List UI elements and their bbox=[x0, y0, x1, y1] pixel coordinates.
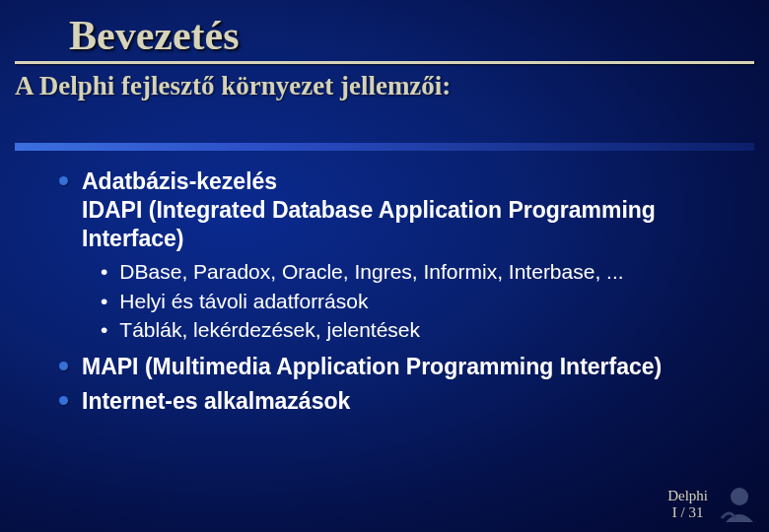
sub-bullet-mark-icon: • bbox=[101, 288, 107, 314]
bullet-label: Adatbázis-kezelés IDAPI (Integrated Data… bbox=[82, 168, 656, 251]
slide-title: Bevezetés bbox=[69, 12, 240, 59]
slide-subtitle: A Delphi fejlesztő környezet jellemzői: bbox=[15, 71, 451, 101]
bullet-item: Internet-es alkalmazások bbox=[59, 387, 739, 416]
sub-bullet-item: • Helyi és távoli adatforrások bbox=[101, 288, 739, 314]
bullet-text: Internet-es alkalmazások bbox=[82, 387, 350, 416]
svg-point-0 bbox=[731, 488, 748, 505]
footer: Delphi I / 31 bbox=[667, 488, 708, 520]
bullet-dot-icon bbox=[59, 362, 68, 370]
bullet-text: Adatbázis-kezelés IDAPI (Integrated Data… bbox=[82, 167, 739, 252]
sub-bullet-item: • DBase, Paradox, Oracle, Ingres, Inform… bbox=[101, 258, 739, 285]
title-underline bbox=[15, 61, 754, 64]
sub-bullet-mark-icon: • bbox=[101, 316, 107, 343]
bullet-dot-icon bbox=[59, 176, 68, 185]
sub-bullet-text: Helyi és távoli adatforrások bbox=[119, 288, 368, 314]
gradient-bar bbox=[15, 143, 754, 151]
ornament-icon bbox=[716, 479, 763, 526]
sub-bullet-item: • Táblák, lekérdezések, jelentések bbox=[101, 316, 739, 343]
bullet-item: Adatbázis-kezelés IDAPI (Integrated Data… bbox=[59, 167, 739, 252]
sub-bullet-text: Táblák, lekérdezések, jelentések bbox=[119, 316, 420, 343]
footer-line2: I / 31 bbox=[667, 504, 708, 521]
slide: Bevezetés A Delphi fejlesztő környezet j… bbox=[0, 0, 769, 532]
bullet-item: MAPI (Multimedia Application Programming… bbox=[59, 353, 739, 381]
bullet-text: MAPI (Multimedia Application Programming… bbox=[82, 353, 662, 381]
sub-bullet-text: DBase, Paradox, Oracle, Ingres, Informix… bbox=[119, 258, 623, 285]
sub-list: • DBase, Paradox, Oracle, Ingres, Inform… bbox=[101, 258, 739, 343]
content-area: Adatbázis-kezelés IDAPI (Integrated Data… bbox=[59, 167, 739, 422]
footer-line1: Delphi bbox=[667, 488, 708, 504]
bullet-dot-icon bbox=[59, 396, 68, 405]
sub-bullet-mark-icon: • bbox=[101, 258, 107, 285]
